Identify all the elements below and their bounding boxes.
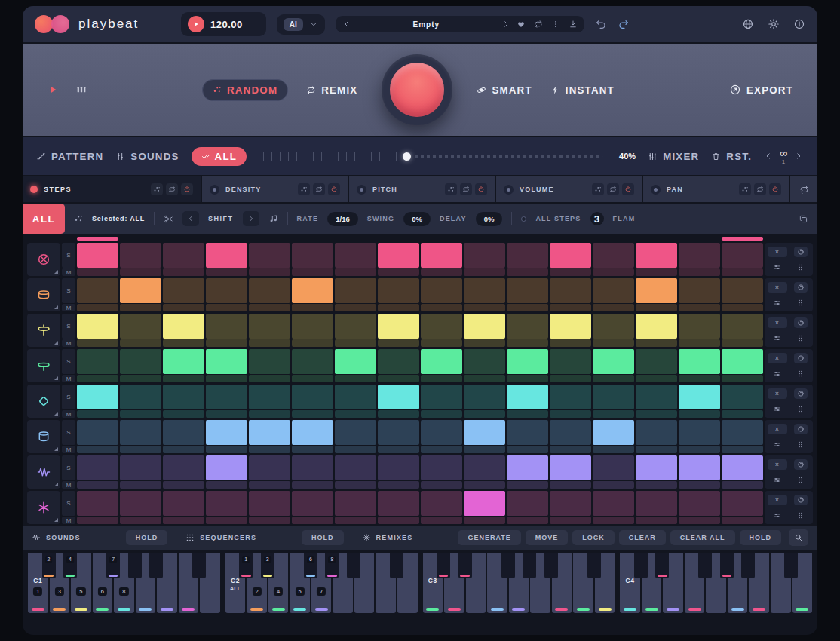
mute-cell[interactable] (206, 517, 247, 524)
dice-button[interactable] (739, 183, 751, 195)
black-key[interactable] (523, 553, 536, 578)
mute-cell[interactable] (249, 375, 290, 382)
step-cell[interactable] (550, 455, 591, 480)
black-key[interactable] (698, 553, 712, 578)
step-cell[interactable] (77, 278, 118, 303)
loop-button[interactable] (460, 183, 472, 195)
black-key[interactable]: 2 (42, 553, 56, 578)
track-drag-handle[interactable] (792, 440, 809, 449)
step-cell[interactable] (206, 278, 247, 303)
mute-cell[interactable] (206, 268, 247, 276)
black-key[interactable] (192, 553, 206, 578)
mute-cell[interactable] (722, 446, 763, 453)
step-cell[interactable] (593, 455, 634, 480)
loop-marker[interactable] (77, 237, 118, 241)
track-clear-button[interactable]: × (768, 282, 787, 293)
favorite-button[interactable] (517, 20, 526, 29)
mute-cell[interactable] (550, 481, 591, 489)
step-cell[interactable] (120, 491, 161, 516)
mute-cell[interactable] (335, 517, 376, 524)
step-cell[interactable] (722, 349, 763, 374)
step-cell[interactable] (679, 420, 720, 445)
step-cell[interactable] (464, 278, 505, 303)
mute-cell[interactable] (722, 375, 763, 382)
mute-cell[interactable] (507, 339, 548, 347)
mute-cell[interactable] (421, 268, 462, 276)
mute-cell[interactable] (636, 517, 677, 524)
loop-marker[interactable] (249, 237, 290, 241)
step-cell[interactable] (722, 420, 763, 445)
mute-row-label[interactable]: M (62, 446, 75, 453)
step-cell[interactable] (378, 455, 419, 480)
search-button[interactable] (789, 529, 808, 546)
black-key[interactable]: 7 (106, 553, 120, 578)
track-knob-button[interactable] (794, 459, 808, 470)
step-cell[interactable] (507, 455, 548, 480)
power-button[interactable] (622, 183, 634, 195)
mute-cell[interactable] (421, 375, 462, 382)
mute-cell[interactable] (206, 410, 247, 418)
mute-cell[interactable] (378, 304, 419, 311)
track-sliders-button[interactable] (768, 262, 786, 272)
step-cell[interactable] (335, 420, 376, 445)
mute-cell[interactable] (378, 410, 419, 418)
step-row-label[interactable]: S (62, 349, 75, 374)
mute-cell[interactable] (249, 481, 290, 489)
step-cell[interactable] (550, 278, 591, 303)
settings-button[interactable] (768, 18, 780, 30)
black-key[interactable]: 6 (304, 553, 317, 578)
step-cell[interactable] (163, 385, 204, 409)
scissors-icon[interactable] (164, 214, 173, 224)
step-cell[interactable] (636, 278, 677, 303)
loop-marker[interactable] (593, 237, 634, 241)
black-key[interactable] (347, 553, 360, 578)
kick-drum-icon[interactable] (27, 243, 60, 276)
black-key[interactable] (587, 553, 601, 578)
step-cell[interactable] (464, 349, 505, 374)
step-cell[interactable] (550, 491, 591, 516)
mute-cell[interactable] (679, 268, 720, 276)
mute-cell[interactable] (421, 304, 462, 311)
mute-cell[interactable] (163, 410, 204, 418)
step-cell[interactable] (163, 455, 204, 480)
delay-value[interactable]: 0% (476, 212, 503, 226)
step-cell[interactable] (636, 349, 677, 374)
param-enable-dot[interactable] (504, 185, 514, 195)
cymbal-icon[interactable] (27, 349, 60, 382)
dice-icon[interactable] (74, 214, 83, 223)
apply-all-button[interactable]: ALL (192, 147, 247, 166)
step-cell[interactable] (206, 243, 247, 268)
mute-cell[interactable] (550, 339, 591, 347)
mute-cell[interactable] (679, 446, 720, 453)
browser-button[interactable] (742, 18, 754, 30)
mute-cell[interactable] (163, 339, 204, 347)
mute-row-label[interactable]: M (62, 268, 75, 276)
track-clear-button[interactable]: × (768, 317, 787, 328)
mute-cell[interactable] (679, 339, 720, 347)
preview-play-button[interactable] (47, 84, 59, 96)
step-cell[interactable] (378, 385, 419, 409)
black-key[interactable] (128, 553, 142, 578)
ai-selector[interactable]: AI (277, 14, 325, 35)
step-cell[interactable] (335, 385, 376, 409)
wave-icon[interactable] (27, 455, 60, 489)
step-cell[interactable] (120, 385, 161, 409)
mute-cell[interactable] (206, 446, 247, 453)
step-cell[interactable] (421, 491, 462, 516)
step-cell[interactable] (464, 314, 505, 339)
mute-cell[interactable] (550, 517, 591, 524)
mute-cell[interactable] (378, 446, 419, 453)
tab-pitch[interactable]: PITCH (349, 176, 495, 202)
pattern-prev-button[interactable] (764, 152, 773, 161)
mute-cell[interactable] (120, 446, 161, 453)
black-key[interactable] (390, 553, 403, 578)
step-cell[interactable] (292, 314, 333, 339)
step-cell[interactable] (550, 349, 591, 374)
mute-cell[interactable] (421, 481, 462, 489)
shift-right-button[interactable] (243, 211, 259, 226)
dice-button[interactable] (445, 183, 457, 195)
keys-toggle-button[interactable] (75, 84, 87, 96)
mute-cell[interactable] (249, 268, 290, 276)
mute-cell[interactable] (722, 481, 763, 489)
step-cell[interactable] (77, 385, 118, 409)
